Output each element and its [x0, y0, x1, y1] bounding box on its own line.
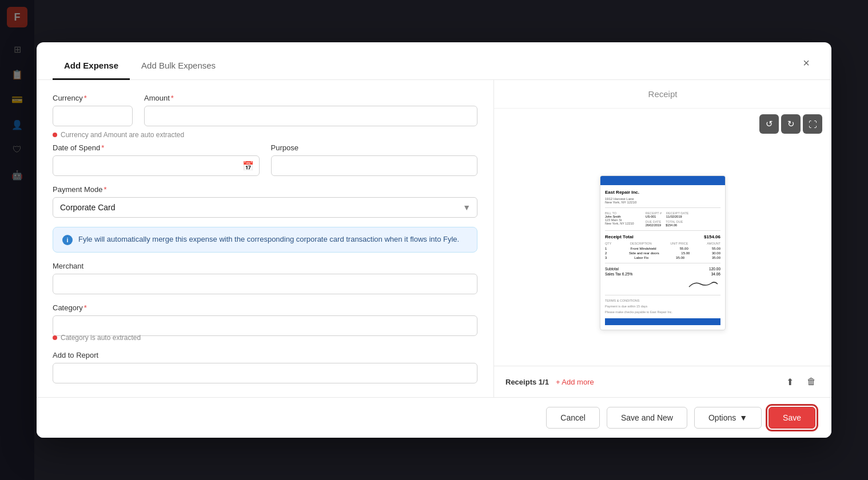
category-note-text: Category is auto extracted: [61, 334, 141, 342]
auto-extract-note: Currency and Amount are auto extracted: [53, 131, 477, 139]
info-banner-text: Fyle will automatically merge this expen…: [78, 234, 459, 245]
receipts-count: Receipts 1/1: [505, 378, 549, 386]
receipt-panel: Receipt ↺ ↻ ⛶ East Repair Inc. 1912 Harv…: [494, 80, 831, 397]
download-button[interactable]: ⬆: [781, 373, 798, 390]
save-and-new-button[interactable]: Save and New: [607, 407, 687, 429]
date-input-wrapper: Mar 30, 2023 📅: [53, 155, 260, 176]
add-to-report-group: Add to Report (Auto submission on Apr 5): [53, 351, 477, 383]
tab-add-expense[interactable]: Add Expense: [53, 54, 130, 80]
add-expense-modal: Add Expense Add Bulk Expenses × Currency…: [37, 42, 831, 438]
purpose-input[interactable]: Office Stationary: [271, 155, 478, 176]
options-label: Options: [708, 413, 736, 422]
options-button[interactable]: Options ▼: [694, 407, 762, 429]
merchant-label: Merchant: [53, 262, 477, 270]
rotate-left-button[interactable]: ↺: [759, 114, 779, 134]
category-input[interactable]: Office Supplies: [53, 315, 477, 336]
auto-extract-dot: [53, 133, 57, 137]
delete-receipt-button[interactable]: 🗑: [803, 373, 820, 390]
modal-body: Currency* USD Amount* 154.06 Currency an…: [37, 80, 831, 397]
form-panel: Currency* USD Amount* 154.06 Currency an…: [37, 80, 494, 397]
receipt-footer-actions: ⬆ 🗑: [781, 373, 820, 390]
receipt-signature: [605, 278, 720, 291]
payment-mode-group: Payment Mode* Corporate Card Personal Ca…: [53, 185, 477, 218]
purpose-group: Purpose Office Stationary: [271, 143, 478, 176]
date-input[interactable]: Mar 30, 2023: [53, 155, 260, 176]
currency-input[interactable]: USD: [53, 106, 133, 126]
close-button[interactable]: ×: [797, 54, 815, 72]
modal-footer: Cancel Save and New Options ▼ Save: [37, 397, 831, 438]
rotate-right-button[interactable]: ↻: [781, 114, 801, 134]
category-dot: [53, 335, 57, 340]
payment-mode-select[interactable]: Corporate Card Personal Card Cash Other: [53, 197, 477, 218]
add-to-report-label: Add to Report: [53, 351, 477, 359]
save-button[interactable]: Save: [769, 407, 815, 429]
amount-group: Amount* 154.06: [144, 94, 477, 126]
receipt-address: 1912 Harvest Lane New York, NY 12210: [605, 197, 720, 204]
receipt-image: East Repair Inc. 1912 Harvest Lane New Y…: [600, 175, 726, 330]
receipt-terms: TERMS & CONDITIONS: [605, 299, 720, 302]
payment-mode-select-wrapper: Corporate Card Personal Card Cash Other …: [53, 197, 477, 218]
amount-label: Amount*: [144, 94, 477, 102]
info-icon: i: [62, 235, 73, 245]
date-label: Date of Spend*: [53, 143, 260, 152]
auto-extract-text: Currency and Amount are auto extracted: [61, 131, 184, 139]
tab-add-bulk-expenses[interactable]: Add Bulk Expenses: [130, 54, 227, 80]
receipt-image-area: East Repair Inc. 1912 Harvest Lane New Y…: [494, 139, 831, 366]
info-banner: i Fyle will automatically merge this exp…: [53, 227, 477, 253]
receipt-toolbar: ↺ ↻ ⛶: [494, 109, 831, 139]
category-label: Category*: [53, 303, 477, 312]
currency-label: Currency*: [53, 94, 133, 102]
merchant-group: Merchant Staples: [53, 262, 477, 294]
category-group: Category* Office Supplies: [53, 303, 477, 336]
receipt-total-row: Receipt Total $154.06: [605, 234, 720, 239]
currency-group: Currency* USD: [53, 94, 133, 126]
modal-header: Add Expense Add Bulk Expenses ×: [37, 42, 831, 80]
calendar-icon[interactable]: 📅: [242, 161, 254, 171]
options-chevron-icon: ▼: [739, 413, 747, 422]
payment-mode-label: Payment Mode*: [53, 185, 477, 194]
currency-amount-row: Currency* USD Amount* 154.06: [53, 94, 477, 126]
add-more-button[interactable]: + Add more: [556, 378, 594, 386]
receipt-title: Receipt: [494, 80, 831, 109]
date-group: Date of Spend* Mar 30, 2023 📅: [53, 143, 260, 176]
amount-input[interactable]: 154.06: [144, 106, 477, 126]
date-purpose-row: Date of Spend* Mar 30, 2023 📅 Purpose Of…: [53, 143, 477, 176]
expand-button[interactable]: ⛶: [803, 114, 822, 134]
modal-tabs: Add Expense Add Bulk Expenses: [53, 54, 815, 79]
modal-overlay: Add Expense Add Bulk Expenses × Currency…: [0, 0, 868, 480]
purpose-label: Purpose: [271, 143, 478, 152]
merchant-input[interactable]: Staples: [53, 274, 477, 294]
receipt-company: East Repair Inc.: [605, 190, 720, 195]
receipt-footer: Receipts 1/1 + Add more ⬆ 🗑: [494, 366, 831, 397]
add-to-report-input[interactable]: (Auto submission on Apr 5): [53, 363, 477, 383]
cancel-button[interactable]: Cancel: [546, 407, 600, 429]
